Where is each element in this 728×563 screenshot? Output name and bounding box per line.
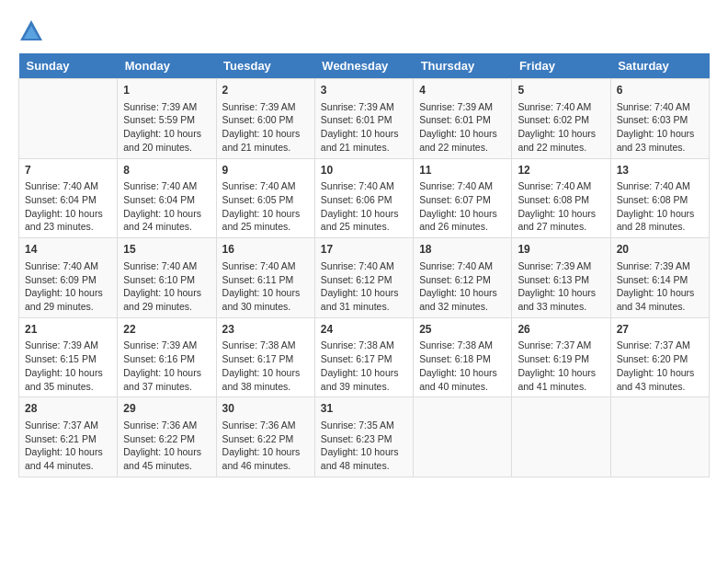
day-number: 9: [222, 163, 309, 178]
cell-content: Sunrise: 7:38 AM Sunset: 6:17 PM Dayligh…: [321, 339, 407, 393]
calendar-cell: 26Sunrise: 7:37 AM Sunset: 6:19 PM Dayli…: [512, 317, 610, 397]
calendar-cell: [19, 79, 118, 159]
logo: [18, 18, 48, 44]
logo-icon: [18, 18, 44, 44]
calendar-cell: 9Sunrise: 7:40 AM Sunset: 6:05 PM Daylig…: [216, 158, 314, 238]
day-number: 11: [419, 163, 506, 178]
day-header-wednesday: Wednesday: [314, 53, 413, 79]
calendar-cell: 22Sunrise: 7:39 AM Sunset: 6:16 PM Dayli…: [118, 317, 216, 397]
day-header-monday: Monday: [118, 53, 216, 79]
cell-content: Sunrise: 7:40 AM Sunset: 6:12 PM Dayligh…: [419, 259, 506, 314]
cell-content: Sunrise: 7:40 AM Sunset: 6:06 PM Dayligh…: [321, 179, 407, 234]
calendar-cell: 13Sunrise: 7:40 AM Sunset: 6:08 PM Dayli…: [610, 158, 709, 238]
cell-content: Sunrise: 7:40 AM Sunset: 6:05 PM Dayligh…: [222, 179, 309, 234]
calendar-cell: [610, 397, 709, 477]
day-number: 3: [321, 83, 407, 98]
calendar-cell: 14Sunrise: 7:40 AM Sunset: 6:09 PM Dayli…: [19, 238, 118, 318]
day-header-thursday: Thursday: [414, 53, 512, 79]
day-number: 21: [25, 322, 111, 338]
calendar-cell: 30Sunrise: 7:36 AM Sunset: 6:22 PM Dayli…: [216, 397, 314, 477]
cell-content: Sunrise: 7:37 AM Sunset: 6:20 PM Dayligh…: [617, 339, 703, 393]
cell-content: Sunrise: 7:38 AM Sunset: 6:18 PM Dayligh…: [419, 339, 506, 393]
calendar-cell: 3Sunrise: 7:39 AM Sunset: 6:01 PM Daylig…: [314, 79, 413, 159]
day-number: 7: [25, 163, 111, 178]
cell-content: Sunrise: 7:40 AM Sunset: 6:04 PM Dayligh…: [123, 179, 210, 234]
cell-content: Sunrise: 7:39 AM Sunset: 6:00 PM Dayligh…: [222, 100, 309, 155]
week-row-1: 1Sunrise: 7:39 AM Sunset: 5:59 PM Daylig…: [19, 79, 710, 159]
day-number: 26: [518, 322, 604, 338]
cell-content: Sunrise: 7:40 AM Sunset: 6:10 PM Dayligh…: [123, 259, 210, 314]
day-number: 5: [518, 83, 604, 98]
calendar-cell: 27Sunrise: 7:37 AM Sunset: 6:20 PM Dayli…: [610, 317, 709, 397]
cell-content: Sunrise: 7:39 AM Sunset: 6:01 PM Dayligh…: [321, 100, 407, 155]
calendar-cell: 31Sunrise: 7:35 AM Sunset: 6:23 PM Dayli…: [314, 397, 413, 477]
cell-content: Sunrise: 7:40 AM Sunset: 6:03 PM Dayligh…: [617, 100, 703, 155]
day-header-tuesday: Tuesday: [216, 53, 314, 79]
calendar-cell: 29Sunrise: 7:36 AM Sunset: 6:22 PM Dayli…: [118, 397, 216, 477]
calendar-header-row: SundayMondayTuesdayWednesdayThursdayFrid…: [19, 53, 710, 79]
cell-content: Sunrise: 7:39 AM Sunset: 5:59 PM Dayligh…: [123, 100, 210, 155]
day-number: 4: [419, 83, 506, 98]
day-number: 30: [222, 401, 309, 417]
calendar-cell: 25Sunrise: 7:38 AM Sunset: 6:18 PM Dayli…: [414, 317, 512, 397]
day-header-sunday: Sunday: [19, 53, 118, 79]
day-number: 20: [617, 242, 703, 258]
calendar-cell: 8Sunrise: 7:40 AM Sunset: 6:04 PM Daylig…: [118, 158, 216, 238]
calendar-cell: 12Sunrise: 7:40 AM Sunset: 6:08 PM Dayli…: [512, 158, 610, 238]
calendar-cell: 19Sunrise: 7:39 AM Sunset: 6:13 PM Dayli…: [512, 238, 610, 318]
day-header-friday: Friday: [512, 53, 610, 79]
calendar-cell: 18Sunrise: 7:40 AM Sunset: 6:12 PM Dayli…: [414, 238, 512, 318]
day-number: 8: [123, 163, 210, 178]
day-number: 29: [123, 401, 210, 417]
calendar-cell: 17Sunrise: 7:40 AM Sunset: 6:12 PM Dayli…: [314, 238, 413, 318]
day-number: 22: [123, 322, 210, 338]
cell-content: Sunrise: 7:40 AM Sunset: 6:11 PM Dayligh…: [222, 259, 309, 314]
calendar-cell: 15Sunrise: 7:40 AM Sunset: 6:10 PM Dayli…: [118, 238, 216, 318]
week-row-3: 14Sunrise: 7:40 AM Sunset: 6:09 PM Dayli…: [19, 238, 710, 318]
cell-content: Sunrise: 7:40 AM Sunset: 6:04 PM Dayligh…: [25, 179, 111, 234]
cell-content: Sunrise: 7:36 AM Sunset: 6:22 PM Dayligh…: [222, 419, 309, 473]
day-number: 25: [419, 322, 506, 338]
calendar-cell: 10Sunrise: 7:40 AM Sunset: 6:06 PM Dayli…: [314, 158, 413, 238]
day-number: 27: [617, 322, 703, 338]
cell-content: Sunrise: 7:39 AM Sunset: 6:15 PM Dayligh…: [25, 339, 111, 393]
day-number: 6: [617, 83, 703, 98]
day-number: 14: [25, 242, 111, 258]
cell-content: Sunrise: 7:39 AM Sunset: 6:16 PM Dayligh…: [123, 339, 210, 393]
day-number: 10: [321, 163, 407, 178]
day-number: 24: [321, 322, 407, 338]
cell-content: Sunrise: 7:40 AM Sunset: 6:09 PM Dayligh…: [25, 259, 111, 314]
calendar-cell: 21Sunrise: 7:39 AM Sunset: 6:15 PM Dayli…: [19, 317, 118, 397]
calendar-cell: 20Sunrise: 7:39 AM Sunset: 6:14 PM Dayli…: [610, 238, 709, 318]
calendar-cell: 11Sunrise: 7:40 AM Sunset: 6:07 PM Dayli…: [414, 158, 512, 238]
calendar-cell: 1Sunrise: 7:39 AM Sunset: 5:59 PM Daylig…: [118, 79, 216, 159]
week-row-5: 28Sunrise: 7:37 AM Sunset: 6:21 PM Dayli…: [19, 397, 710, 477]
cell-content: Sunrise: 7:39 AM Sunset: 6:13 PM Dayligh…: [518, 259, 604, 314]
day-number: 31: [321, 401, 407, 417]
day-number: 17: [321, 242, 407, 258]
cell-content: Sunrise: 7:40 AM Sunset: 6:08 PM Dayligh…: [518, 179, 604, 234]
day-number: 12: [518, 163, 604, 178]
calendar-cell: [414, 397, 512, 477]
cell-content: Sunrise: 7:38 AM Sunset: 6:17 PM Dayligh…: [222, 339, 309, 393]
cell-content: Sunrise: 7:40 AM Sunset: 6:02 PM Dayligh…: [518, 100, 604, 155]
day-number: 15: [123, 242, 210, 258]
cell-content: Sunrise: 7:37 AM Sunset: 6:21 PM Dayligh…: [25, 419, 111, 473]
cell-content: Sunrise: 7:39 AM Sunset: 6:01 PM Dayligh…: [419, 100, 506, 155]
calendar-cell: 4Sunrise: 7:39 AM Sunset: 6:01 PM Daylig…: [414, 79, 512, 159]
calendar-cell: 6Sunrise: 7:40 AM Sunset: 6:03 PM Daylig…: [610, 79, 709, 159]
day-number: 13: [617, 163, 703, 178]
day-number: 23: [222, 322, 309, 338]
cell-content: Sunrise: 7:40 AM Sunset: 6:07 PM Dayligh…: [419, 179, 506, 234]
day-number: 19: [518, 242, 604, 258]
day-number: 1: [123, 83, 210, 98]
cell-content: Sunrise: 7:40 AM Sunset: 6:08 PM Dayligh…: [617, 179, 703, 234]
week-row-4: 21Sunrise: 7:39 AM Sunset: 6:15 PM Dayli…: [19, 317, 710, 397]
cell-content: Sunrise: 7:35 AM Sunset: 6:23 PM Dayligh…: [321, 419, 407, 473]
day-header-saturday: Saturday: [610, 53, 709, 79]
calendar-cell: 7Sunrise: 7:40 AM Sunset: 6:04 PM Daylig…: [19, 158, 118, 238]
calendar-cell: 2Sunrise: 7:39 AM Sunset: 6:00 PM Daylig…: [216, 79, 314, 159]
calendar-cell: 5Sunrise: 7:40 AM Sunset: 6:02 PM Daylig…: [512, 79, 610, 159]
day-number: 28: [25, 401, 111, 417]
calendar-cell: [512, 397, 610, 477]
